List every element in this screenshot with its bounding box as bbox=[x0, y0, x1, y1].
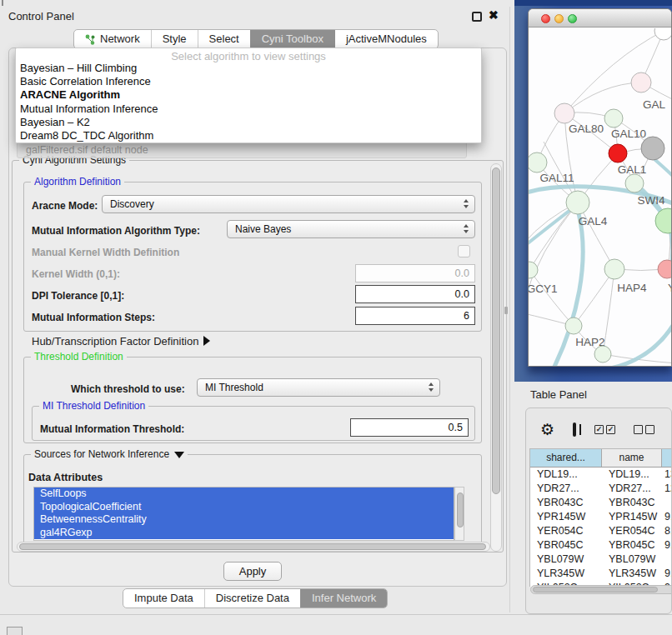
tab-style[interactable]: Style bbox=[151, 30, 198, 48]
gear-icon[interactable]: ⚙ bbox=[540, 420, 554, 439]
settings-horizontal-thumb[interactable] bbox=[19, 543, 486, 550]
network-node-gal[interactable] bbox=[631, 72, 651, 92]
bottom-toolbar-button[interactable] bbox=[7, 627, 23, 635]
network-node-y[interactable] bbox=[658, 260, 671, 278]
attributes-scrollbar-thumb[interactable] bbox=[457, 492, 464, 528]
aracne-mode-combo[interactable]: Discovery bbox=[102, 195, 475, 213]
algorithm-option[interactable]: Bayesian – Hill Climbing bbox=[16, 62, 481, 75]
node-label: GAL10 bbox=[611, 128, 646, 140]
mi-steps-field[interactable]: 6 bbox=[355, 307, 475, 325]
table-cell: YDR27... bbox=[530, 482, 602, 496]
checkbox-unchecked-pair-icon[interactable] bbox=[634, 425, 654, 434]
settings-vertical-scrollbar[interactable] bbox=[490, 163, 502, 552]
network-node-gal10[interactable] bbox=[604, 109, 623, 128]
table-cell: YDL19... bbox=[530, 468, 602, 482]
network-edge-thick[interactable] bbox=[610, 318, 671, 366]
network-node[interactable] bbox=[641, 137, 664, 160]
network-window-titlebar[interactable] bbox=[529, 9, 671, 28]
tab-select[interactable]: Select bbox=[198, 30, 250, 48]
table-row[interactable]: YBL079WYBL079W bbox=[530, 552, 672, 567]
network-node-gal80[interactable] bbox=[554, 103, 574, 123]
tab-infer-network[interactable]: Infer Network bbox=[300, 589, 387, 608]
network-edge-thick[interactable] bbox=[655, 160, 671, 180]
apply-button[interactable]: Apply bbox=[223, 562, 282, 581]
algorithm-option[interactable]: Dream8 DC_TDC Algorithm bbox=[16, 129, 481, 142]
tab-discretize-data[interactable]: Discretize Data bbox=[204, 589, 300, 608]
table-cell: YBR045C bbox=[530, 538, 602, 552]
tab-cyni-toolbox[interactable]: Cyni Toolbox bbox=[250, 30, 334, 48]
table-cell bbox=[662, 552, 672, 567]
close-icon[interactable]: ✖ bbox=[489, 8, 499, 22]
table-cell: YBR045C bbox=[602, 538, 662, 552]
data-attributes-list[interactable]: SelfLoopsTopologicalCoefficientBetweenne… bbox=[33, 487, 454, 541]
control-panel-tabs: NetworkStyleSelectCyni ToolboxjActiveMNo… bbox=[73, 29, 439, 49]
network-canvas[interactable]: GALGAL80GAL10GAL1GAL11SWI4GAL4GCY1HAP4YH… bbox=[529, 28, 671, 366]
tab-network[interactable]: Network bbox=[74, 30, 151, 48]
dpi-tolerance-field[interactable]: 0.0 bbox=[355, 285, 475, 303]
network-node-swi4[interactable] bbox=[625, 174, 644, 192]
float-window-icon[interactable] bbox=[472, 12, 482, 22]
network-node-gal1[interactable] bbox=[609, 144, 627, 162]
table-cell: YPR145W bbox=[602, 510, 662, 524]
attribute-item[interactable]: BetweennessCentrality bbox=[34, 513, 454, 527]
table-horizontal-scrollbar[interactable] bbox=[530, 585, 672, 594]
mi-algorithm-type-combo[interactable]: Naive Bayes bbox=[227, 220, 475, 238]
table-row[interactable]: YDR27...YDR27...12 bbox=[530, 482, 672, 496]
split-panel-icon[interactable] bbox=[573, 422, 576, 437]
network-node[interactable] bbox=[655, 208, 671, 233]
mi-steps-label: Mutual Information Steps: bbox=[32, 312, 155, 323]
network-node-gal4[interactable] bbox=[566, 191, 589, 214]
attribute-item[interactable]: SelfLoops bbox=[34, 488, 454, 501]
table-cell: YBR043C bbox=[530, 496, 602, 510]
algorithm-option[interactable]: Bayesian – K2 bbox=[16, 116, 481, 129]
algorithm-option[interactable]: Basic Correlation Inference bbox=[16, 75, 481, 88]
kernel-width-label: Kernel Width (0,1): bbox=[32, 268, 120, 280]
splitter-handle[interactable] bbox=[504, 307, 508, 314]
minimize-traffic-icon[interactable] bbox=[554, 14, 564, 23]
table-source-combo[interactable]: galFiltered.sif default node bbox=[17, 142, 467, 158]
attributes-scrollbar[interactable] bbox=[454, 487, 464, 541]
network-node-gal11[interactable] bbox=[529, 152, 547, 172]
network-node[interactable] bbox=[594, 346, 611, 362]
aracne-mode-label: Aracne Mode: bbox=[32, 200, 98, 212]
threshold-definition-title: Threshold Definition bbox=[31, 351, 127, 362]
column-header[interactable]: A bbox=[662, 449, 672, 467]
network-node-hap4[interactable] bbox=[604, 259, 624, 279]
checkbox-checked-pair-icon[interactable]: ✓✓ bbox=[594, 425, 615, 434]
mi-threshold-field[interactable]: 0.5 bbox=[350, 418, 469, 437]
table-row[interactable]: YBR043CYBR043C bbox=[530, 496, 672, 510]
node-table: shared...nameA YDL19...YDL19...13YDR27..… bbox=[529, 448, 672, 587]
network-node-gcy1[interactable] bbox=[529, 262, 538, 278]
status-divider bbox=[0, 614, 672, 615]
close-traffic-icon[interactable] bbox=[541, 14, 550, 23]
table-row[interactable]: YBR045CYBR045C9. bbox=[530, 538, 672, 552]
collapsed-arrow-icon bbox=[203, 336, 210, 346]
settings-horizontal-scrollbar[interactable] bbox=[17, 542, 490, 552]
network-edge[interactable] bbox=[564, 82, 641, 113]
attribute-item[interactable]: TopologicalCoefficient bbox=[34, 501, 454, 514]
which-threshold-combo[interactable]: MI Threshold bbox=[197, 378, 440, 397]
settings-vertical-thumb[interactable] bbox=[492, 168, 500, 494]
algorithm-option[interactable]: ARACNE Algorithm bbox=[16, 88, 481, 102]
manual-kernel-width-checkbox[interactable] bbox=[458, 245, 470, 258]
network-node[interactable] bbox=[654, 28, 671, 40]
column-header[interactable]: name bbox=[602, 449, 662, 467]
table-cell: YBL079W bbox=[602, 552, 662, 567]
table-row[interactable]: YDL19...YDL19...13 bbox=[530, 468, 672, 482]
manual-kernel-width-label: Manual Kernel Width Definition bbox=[32, 247, 179, 258]
network-node-hap2[interactable] bbox=[565, 318, 582, 334]
table-row[interactable]: YLR345WYLR345W9. bbox=[530, 567, 672, 581]
tab-impute-data[interactable]: Impute Data bbox=[123, 589, 204, 608]
tab-jactivemnodules[interactable]: jActiveMNodules bbox=[334, 30, 438, 48]
zoom-traffic-icon[interactable] bbox=[568, 14, 577, 23]
table-row[interactable]: YER054CYER054C8. bbox=[530, 524, 672, 538]
column-header[interactable]: shared... bbox=[530, 449, 602, 467]
network-edge[interactable] bbox=[529, 270, 574, 326]
table-row[interactable]: YPR145WYPR145W9. bbox=[530, 510, 672, 524]
algorithm-option[interactable]: Mutual Information Inference bbox=[16, 102, 481, 116]
hub-definition-toggle[interactable]: Hub/Transcription Factor Definition bbox=[32, 335, 210, 348]
expanded-arrow-icon bbox=[174, 452, 184, 458]
table-cell: YLR345W bbox=[602, 567, 662, 581]
attribute-item[interactable]: gal4RGexp bbox=[34, 527, 454, 540]
table-horizontal-thumb[interactable] bbox=[533, 587, 658, 592]
